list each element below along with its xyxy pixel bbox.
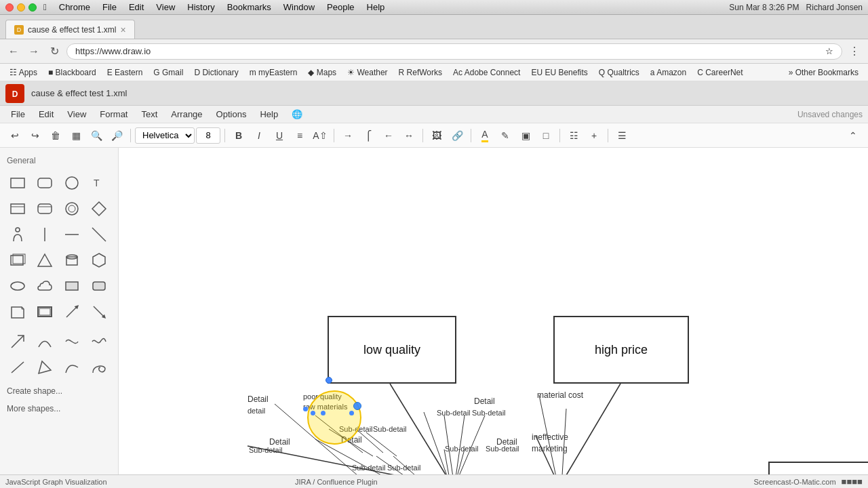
high-price-box[interactable]: high price — [553, 316, 689, 384]
shape-ellipse-h[interactable] — [5, 274, 30, 298]
chrome-menu[interactable]: Chrome — [59, 2, 90, 12]
shape-wave[interactable] — [87, 329, 111, 354]
shape-line2[interactable] — [5, 355, 30, 380]
bookmark-amazon[interactable]: a Amazon — [646, 66, 690, 79]
shape-hexagon[interactable] — [87, 248, 111, 272]
format-panel-button[interactable]: ☰ — [612, 126, 631, 145]
shape-rect2[interactable] — [5, 197, 30, 221]
shape-line-v[interactable] — [33, 222, 57, 247]
border-rect-button[interactable]: □ — [536, 126, 555, 145]
font-size-input[interactable] — [196, 127, 220, 144]
zoom-in-button[interactable]: 🔍 — [87, 126, 106, 145]
edit-menu-mac[interactable]: Edit — [129, 2, 144, 12]
shape-arrow-up-right[interactable] — [5, 329, 30, 354]
forward-button[interactable]: → — [26, 43, 42, 60]
underline-button[interactable]: U — [270, 126, 289, 145]
move-handle[interactable] — [353, 402, 361, 410]
shape-curve3[interactable] — [60, 355, 84, 380]
apple-menu[interactable]:  — [43, 2, 47, 12]
connection-dot-1[interactable] — [303, 407, 308, 411]
collapse-button[interactable]: ⌃ — [844, 126, 863, 145]
font-selector[interactable]: Helvetica — [135, 127, 195, 144]
shape-diag2[interactable] — [87, 300, 111, 324]
help-menu-mac[interactable]: Help — [367, 2, 385, 12]
shape-rounded-rect[interactable] — [33, 171, 57, 195]
arrow-left-button[interactable]: ← — [379, 126, 398, 145]
add-button[interactable]: + — [585, 126, 604, 145]
shape-cylinder[interactable] — [60, 248, 84, 272]
undo-button[interactable]: ↩ — [5, 126, 24, 145]
bookmark-refworks[interactable]: R RefWorks — [395, 66, 446, 79]
fill-color-button[interactable]: A — [475, 126, 494, 145]
traffic-lights[interactable] — [5, 3, 37, 12]
bookmarks-menu-mac[interactable]: Bookmarks — [227, 2, 271, 12]
menu-file[interactable]: File — [5, 108, 31, 121]
delete-button[interactable]: 🗑 — [46, 126, 65, 145]
menu-view[interactable]: View — [62, 108, 92, 121]
bookmark-star-icon[interactable]: ☆ — [825, 46, 833, 56]
grid-button[interactable]: ☷ — [564, 126, 583, 145]
globe-icon[interactable]: 🌐 — [286, 108, 308, 121]
shape-line-h[interactable] — [60, 222, 84, 247]
history-menu-mac[interactable]: History — [187, 2, 214, 12]
shape-rect4[interactable] — [33, 300, 57, 324]
shape-text[interactable]: T — [87, 171, 111, 195]
shape-rectangle[interactable] — [5, 171, 30, 195]
menu-edit[interactable]: Edit — [33, 108, 59, 121]
bold-button[interactable]: B — [229, 126, 248, 145]
select-button[interactable]: ▦ — [66, 126, 85, 145]
more-bookmarks-button[interactable]: » Other Bookmarks — [785, 66, 863, 79]
bookmark-apps[interactable]: ☷ Apps — [5, 66, 41, 79]
align-center-button[interactable]: ≡ — [290, 126, 309, 145]
minimize-window-button[interactable] — [17, 3, 25, 12]
connection-dot-3[interactable] — [321, 411, 326, 415]
window-menu-mac[interactable]: Window — [283, 2, 315, 12]
shape-curve2[interactable] — [60, 329, 84, 354]
bookmark-weather[interactable]: ☀ Weather — [343, 66, 391, 79]
browser-tab[interactable]: D cause & effect test 1.xml × — [5, 20, 135, 39]
settings-button[interactable]: ⋮ — [846, 43, 863, 60]
low-quality-box[interactable]: low quality — [328, 316, 456, 384]
shape-cloud[interactable] — [33, 274, 57, 298]
redo-button[interactable]: ↪ — [26, 126, 45, 145]
shape-curve1[interactable] — [33, 329, 57, 354]
file-menu-mac[interactable]: File — [102, 2, 117, 12]
close-tab-button[interactable]: × — [121, 24, 126, 35]
corner-button[interactable]: ⎧ — [359, 126, 378, 145]
shape-rect3[interactable] — [60, 274, 84, 298]
fill-rect-button[interactable]: ▣ — [516, 126, 535, 145]
shape-circle[interactable] — [60, 171, 84, 195]
shape-rounded3[interactable] — [87, 274, 111, 298]
link-button[interactable]: 🔗 — [448, 126, 467, 145]
arrow-both-button[interactable]: ↔ — [399, 126, 418, 145]
shape-pencil[interactable] — [33, 355, 57, 380]
arrow-right-button[interactable]: → — [338, 126, 357, 145]
diagram-canvas[interactable]: low quality high price low customersatis… — [119, 148, 868, 488]
bookmark-careernet[interactable]: C CareerNet — [693, 66, 747, 79]
shape-circle2[interactable] — [60, 197, 84, 221]
bookmark-myeastern[interactable]: m myEastern — [245, 66, 302, 79]
menu-arrange[interactable]: Arrange — [165, 108, 208, 121]
bookmark-gmail[interactable]: G Gmail — [149, 66, 187, 79]
menu-format[interactable]: Format — [94, 108, 133, 121]
image-button[interactable]: 🖼 — [427, 126, 446, 145]
shape-triangle[interactable] — [33, 248, 57, 272]
italic-button[interactable]: I — [250, 126, 269, 145]
bookmark-adobe[interactable]: Ac Adobe Connect — [449, 66, 524, 79]
connection-dot-4[interactable] — [349, 411, 354, 415]
menu-help[interactable]: Help — [254, 108, 283, 121]
maximize-window-button[interactable] — [28, 3, 37, 12]
menu-options[interactable]: Options — [211, 108, 252, 121]
bookmark-blackboard[interactable]: ■ Blackboard — [44, 66, 100, 79]
shape-double-rect[interactable] — [5, 248, 30, 272]
shape-note[interactable] — [5, 300, 30, 324]
selection-handle[interactable] — [326, 377, 332, 384]
bookmark-eu[interactable]: EU EU Benefits — [527, 66, 591, 79]
view-menu-mac[interactable]: View — [156, 2, 175, 12]
reload-button[interactable]: ↻ — [46, 43, 62, 60]
menu-text[interactable]: Text — [136, 108, 163, 121]
create-shape-link[interactable]: Create shape... — [0, 382, 118, 400]
close-window-button[interactable] — [5, 3, 14, 12]
bookmark-eastern[interactable]: E Eastern — [103, 66, 147, 79]
shape-person[interactable] — [5, 222, 30, 247]
